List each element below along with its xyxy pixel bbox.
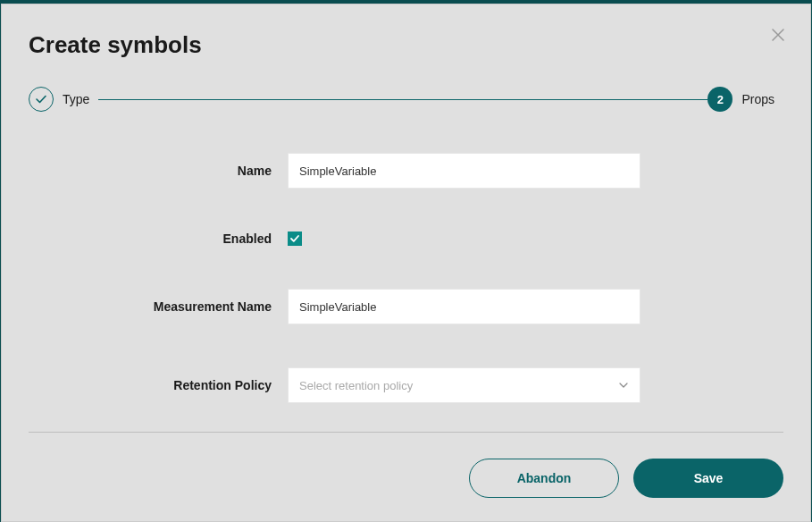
close-icon — [769, 26, 787, 44]
enabled-label: Enabled — [29, 232, 288, 246]
name-input[interactable] — [288, 153, 640, 189]
close-button[interactable] — [769, 26, 787, 44]
abandon-label: Abandon — [517, 471, 572, 485]
step-type-indicator[interactable] — [29, 87, 54, 112]
retention-label: Retention Policy — [29, 378, 288, 392]
step-props-indicator[interactable]: 2 — [707, 87, 732, 112]
retention-placeholder: Select retention policy — [299, 379, 413, 392]
save-label: Save — [694, 471, 724, 485]
enabled-row: Enabled — [29, 232, 783, 246]
create-symbols-modal: Create symbols Type 2 Props Name Enabled — [1, 4, 811, 522]
step-type-label: Type — [63, 92, 89, 106]
measurement-row: Measurement Name — [29, 289, 783, 324]
chevron-down-icon — [618, 380, 629, 391]
modal-footer: Abandon Save — [469, 459, 783, 498]
save-button[interactable]: Save — [633, 459, 783, 498]
step-props-label: Props — [741, 92, 774, 106]
retention-row: Retention Policy Select retention policy — [29, 367, 783, 403]
modal-title: Create symbols — [29, 31, 202, 59]
check-icon — [35, 93, 47, 105]
footer-divider — [29, 432, 783, 433]
enabled-checkbox[interactable] — [288, 232, 302, 246]
name-row: Name — [29, 153, 783, 189]
measurement-label: Measurement Name — [29, 299, 288, 314]
step-number: 2 — [717, 93, 724, 106]
abandon-button[interactable]: Abandon — [469, 459, 619, 498]
stepper-line — [98, 99, 707, 100]
name-label: Name — [29, 164, 288, 178]
retention-select[interactable]: Select retention policy — [288, 367, 640, 403]
wizard-stepper: Type 2 Props — [29, 87, 783, 112]
check-icon — [289, 233, 300, 244]
form: Name Enabled Measurement Name Retention … — [29, 153, 783, 403]
measurement-input[interactable] — [288, 289, 640, 324]
